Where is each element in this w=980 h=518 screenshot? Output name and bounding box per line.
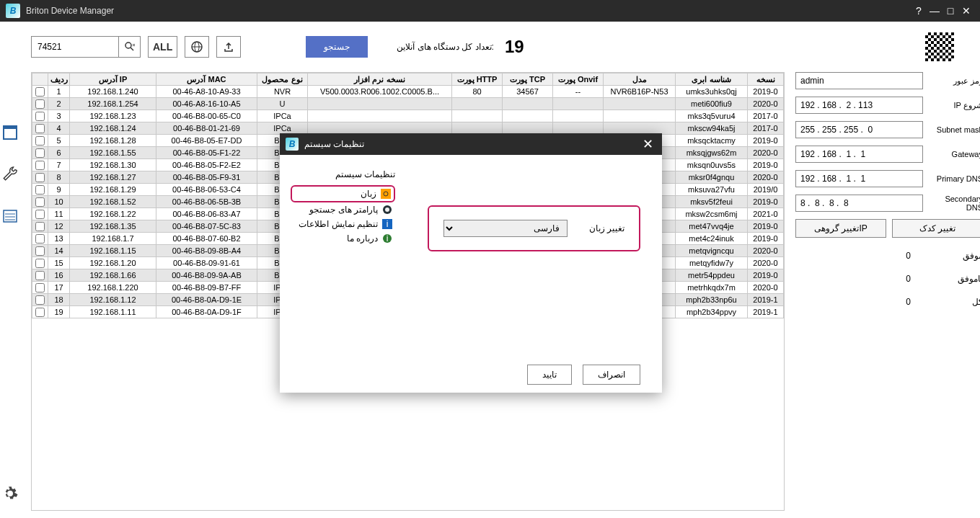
dialog-cancel-button[interactable]: انصراف [583, 365, 640, 385]
row-checkbox[interactable] [35, 112, 45, 121]
settings-item-language[interactable]: زبان [291, 185, 395, 202]
total-label: کل [940, 297, 980, 307]
password-label: رمز عبور [929, 76, 980, 86]
list-icon[interactable] [0, 206, 20, 226]
col-ver[interactable]: نسخه [748, 73, 784, 86]
svg-rect-1 [4, 126, 17, 129]
gear-small-icon [381, 189, 391, 199]
dialog-close-icon[interactable]: ✕ [639, 135, 656, 153]
col-onvif[interactable]: پورت Onvif [553, 73, 604, 86]
svg-text:i: i [387, 219, 389, 229]
group-ip-button[interactable]: تغییر گروهیIP [795, 219, 886, 238]
codec-button[interactable]: تغییر کدک [892, 219, 980, 238]
settings-item-search-params[interactable]: پارامتر های جستجو [291, 202, 395, 217]
startip-input[interactable] [795, 97, 923, 114]
row-checkbox[interactable] [35, 246, 45, 256]
row-checkbox[interactable] [35, 136, 45, 146]
row-checkbox[interactable] [35, 99, 45, 109]
dialog-title: تنظیمات سیستم [304, 139, 364, 149]
subnet-label: Subnet mask [929, 125, 980, 134]
minimize-icon[interactable]: — [927, 3, 943, 19]
pdns-label: Primary DNS [929, 174, 980, 183]
table-row[interactable]: 1192.168.1.24000-46-A8-10-A9-33NVRV500.0… [32, 86, 784, 98]
row-checkbox[interactable] [35, 124, 45, 133]
help-icon[interactable]: ? [911, 3, 927, 19]
about-icon: i [382, 233, 392, 244]
success-label: موفق [940, 251, 980, 261]
dialog-ok-button[interactable]: تایید [527, 365, 572, 385]
col-model[interactable]: مدل [604, 73, 676, 86]
row-checkbox[interactable] [35, 308, 45, 317]
col-ip[interactable]: آدرس IP [70, 73, 156, 86]
gateway-label: Gateway [929, 150, 980, 158]
maximize-icon[interactable]: □ [943, 3, 958, 19]
info-icon: i [382, 219, 392, 229]
col-http[interactable]: پورت HTTP [452, 73, 503, 86]
row-checkbox[interactable] [35, 222, 45, 231]
row-checkbox[interactable] [35, 259, 45, 268]
app-title: Briton Device Manager [26, 6, 911, 16]
row-checkbox[interactable] [35, 173, 45, 182]
sdns-input[interactable] [795, 195, 923, 212]
settings-side-title: تنظیمات سیستم [291, 169, 395, 179]
search-box [31, 36, 141, 58]
svg-rect-2 [4, 210, 17, 222]
svg-rect-13 [381, 189, 391, 199]
row-checkbox[interactable] [35, 87, 45, 97]
sdns-label: Secondary DNS [929, 195, 980, 212]
all-button[interactable]: ALL [148, 36, 177, 58]
svg-text:i: i [387, 233, 389, 244]
settings-item-display[interactable]: i تنظیم نمایش اطلاعات [291, 217, 395, 231]
settings-item-about[interactable]: i درباره ما [291, 231, 395, 246]
table-row[interactable]: 4192.168.1.2400-46-B8-01-21-69IPCamkscw9… [32, 122, 784, 135]
svg-point-6 [125, 43, 131, 48]
table-row[interactable]: 3192.168.1.2300-46-B8-00-65-C0IPCamks3q5… [32, 110, 784, 122]
system-settings-dialog: B تنظیمات سیستم ✕ تنظیمات سیستم زبان پار… [280, 133, 662, 393]
table-row[interactable]: 2192.168.1.25400-46-A8-16-10-A5Umeti600f… [32, 98, 784, 110]
dialog-logo: B [286, 138, 299, 151]
gear-icon[interactable] [0, 483, 20, 504]
online-count: 19 [505, 37, 524, 57]
col-row[interactable]: ردیف [48, 73, 70, 86]
left-sidebar [0, 22, 20, 518]
circle-icon [382, 205, 392, 215]
startip-label: شروع IP [929, 101, 980, 110]
search-button[interactable]: جستجو [306, 36, 368, 58]
close-icon[interactable]: ✕ [958, 3, 974, 19]
row-checkbox[interactable] [35, 161, 45, 170]
fail-value: 0 [906, 274, 911, 284]
ip-config-panel: رمز عبور شروع IP Subnet mask Gateway Pri… [785, 72, 980, 511]
wrench-icon[interactable] [0, 164, 20, 184]
search-input[interactable] [32, 37, 118, 57]
col-cloud[interactable]: شناسه ابری [676, 73, 748, 86]
row-checkbox[interactable] [35, 295, 45, 305]
gateway-input[interactable] [795, 146, 923, 163]
subnet-input[interactable] [795, 121, 923, 138]
language-select[interactable]: فارسی [443, 220, 568, 237]
globe-icon[interactable] [185, 36, 209, 58]
row-checkbox[interactable] [35, 148, 45, 158]
total-value: 0 [906, 297, 911, 307]
fail-label: ناموفق [940, 274, 980, 284]
qr-code [925, 32, 954, 61]
online-label: :تعداد کل دستگاه های آنلاین [397, 42, 494, 52]
col-fw[interactable]: نسخه نرم افزار [308, 73, 452, 86]
row-checkbox[interactable] [35, 210, 45, 219]
row-checkbox[interactable] [35, 283, 45, 293]
app-logo: B [6, 4, 20, 18]
row-checkbox[interactable] [35, 185, 45, 195]
export-icon[interactable] [216, 36, 241, 58]
row-checkbox[interactable] [35, 234, 45, 244]
change-language-label: تغییر زبان [589, 223, 624, 233]
window-icon[interactable] [0, 122, 20, 143]
col-tcp[interactable]: پورت TCP [503, 73, 553, 86]
col-ptype[interactable]: نوع محصول [257, 73, 308, 86]
password-input[interactable] [795, 72, 923, 89]
search-clear-icon[interactable] [118, 37, 140, 57]
svg-line-7 [131, 48, 133, 50]
col-mac[interactable]: آدرس MAC [156, 73, 257, 86]
pdns-input[interactable] [795, 170, 923, 187]
row-checkbox[interactable] [35, 197, 45, 207]
row-checkbox[interactable] [35, 271, 45, 280]
success-value: 0 [906, 251, 911, 261]
